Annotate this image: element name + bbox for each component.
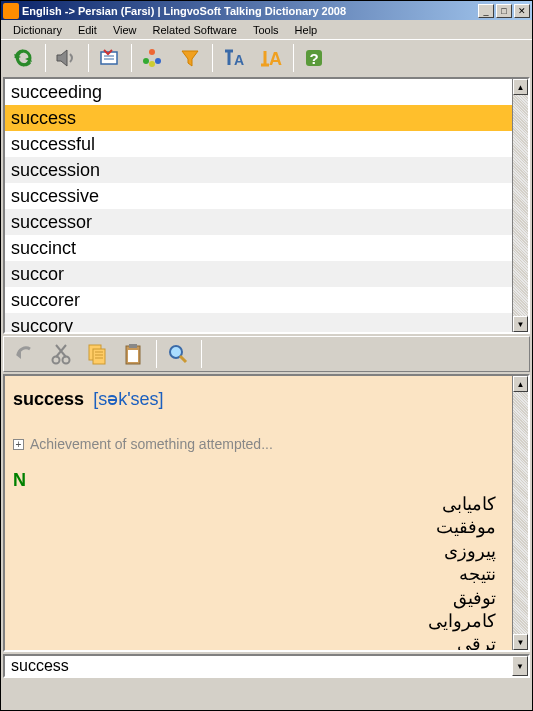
refresh-button[interactable] [5,42,41,74]
svg-rect-12 [93,349,105,364]
scroll-down-button[interactable]: ▼ [513,634,528,650]
wordlist-panel: succeedingsuccesssuccessfulsuccessionsuc… [3,77,530,334]
window-title: English -> Persian (Farsi) | LingvoSoft … [22,5,478,17]
svg-text:A: A [269,49,282,69]
scroll-up-button[interactable]: ▲ [513,376,528,392]
brief-definition: Achievement of something attempted... [30,436,273,452]
help-button[interactable]: ? [296,42,332,74]
svg-rect-15 [128,350,138,362]
wordlist-row[interactable]: succorer [5,287,512,313]
translation-item: پیروزی [13,540,496,563]
part-of-speech: N [13,470,504,491]
search-dropdown-button[interactable]: ▼ [512,656,528,676]
font-larger-button[interactable]: A [253,42,289,74]
phonetic: [sək'ses] [93,389,163,409]
wordlist-row[interactable]: succeeding [5,79,512,105]
svg-point-3 [155,58,161,64]
svg-text:A: A [234,52,244,68]
svg-point-10 [63,357,70,364]
translation-item: کامروایی [13,610,496,633]
menu-help[interactable]: Help [287,22,326,38]
wordlist-row[interactable]: succor [5,261,512,287]
wordlist[interactable]: succeedingsuccesssuccessfulsuccessionsuc… [5,79,512,332]
menu-view[interactable]: View [105,22,145,38]
translation-item: نتیجه [13,563,496,586]
translation-item: توفیق [13,587,496,610]
search-button[interactable] [161,338,195,370]
close-button[interactable]: ✕ [514,4,530,18]
expand-icon[interactable]: + [13,439,24,450]
svg-point-2 [143,58,149,64]
filter-button[interactable] [172,42,208,74]
svg-point-1 [149,49,155,55]
translation-item: ترقی [13,633,496,650]
scroll-down-button[interactable]: ▼ [513,316,528,332]
copy-button[interactable] [80,338,114,370]
brief-definition-row: + Achievement of something attempted... [13,436,504,452]
flashcards-button[interactable] [91,42,127,74]
menu-related-software[interactable]: Related Software [145,22,245,38]
svg-point-4 [149,61,155,67]
wordlist-row[interactable]: successive [5,183,512,209]
parts-button[interactable] [134,42,170,74]
menubar: Dictionary Edit View Related Software To… [1,20,532,39]
svg-rect-14 [129,344,137,348]
scroll-track[interactable] [513,392,528,634]
translation-item: موفقیت [13,516,496,539]
headword: success [13,389,84,409]
menu-edit[interactable]: Edit [70,22,105,38]
minimize-button[interactable]: _ [478,4,494,18]
wordlist-row[interactable]: success [5,105,512,131]
svg-text:?: ? [309,50,318,67]
maximize-button[interactable]: □ [496,4,512,18]
undo-button[interactable] [8,338,42,370]
menu-dictionary[interactable]: Dictionary [5,22,70,38]
edit-toolbar [3,336,530,372]
wordlist-row[interactable]: successor [5,209,512,235]
titlebar: English -> Persian (Farsi) | LingvoSoft … [1,1,532,20]
wordlist-scrollbar[interactable]: ▲ ▼ [512,79,528,332]
font-smaller-button[interactable]: A [215,42,251,74]
definition-content: success [sək'ses] + Achievement of somet… [5,376,512,650]
menu-tools[interactable]: Tools [245,22,287,38]
definition-panel: success [sək'ses] + Achievement of somet… [3,374,530,652]
wordlist-row[interactable]: successful [5,131,512,157]
svg-point-9 [53,357,60,364]
paste-button[interactable] [116,338,150,370]
search-input[interactable] [5,656,512,676]
scroll-track[interactable] [513,95,528,316]
wordlist-row[interactable]: succory [5,313,512,332]
main-toolbar: A A ? [1,39,532,75]
definition-scrollbar[interactable]: ▲ ▼ [512,376,528,650]
wordlist-row[interactable]: succession [5,157,512,183]
cut-button[interactable] [44,338,78,370]
translations: کامیابیموفقیتپیروزینتیجهتوفیقکامرواییترق… [13,493,504,650]
translation-item: کامیابی [13,493,496,516]
scroll-up-button[interactable]: ▲ [513,79,528,95]
search-bar: ▼ [3,654,530,678]
speak-button[interactable] [48,42,84,74]
wordlist-row[interactable]: succinct [5,235,512,261]
app-icon [3,3,19,19]
